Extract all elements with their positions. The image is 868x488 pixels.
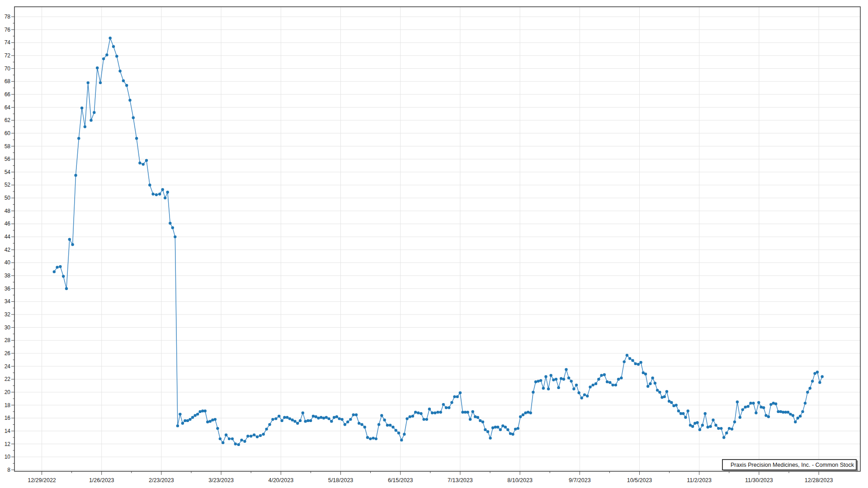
svg-text:2/23/2023: 2/23/2023	[149, 477, 174, 483]
svg-text:5/18/2023: 5/18/2023	[328, 477, 354, 483]
price-line-path	[54, 38, 822, 445]
svg-text:70: 70	[5, 66, 11, 72]
legend-series-label: Praxis Precision Medicines, Inc. - Commo…	[731, 462, 854, 468]
svg-text:30: 30	[5, 324, 11, 331]
horizontal-gridlines	[14, 17, 860, 470]
svg-text:38: 38	[5, 272, 11, 279]
price-point-markers	[53, 37, 824, 446]
chart-legend: Praxis Precision Medicines, Inc. - Commo…	[722, 459, 857, 470]
svg-text:12/29/2022: 12/29/2022	[28, 477, 56, 483]
svg-text:10/5/2023: 10/5/2023	[627, 477, 652, 483]
svg-text:64: 64	[5, 104, 11, 111]
svg-text:14: 14	[5, 428, 11, 434]
svg-text:8: 8	[7, 467, 10, 473]
svg-text:54: 54	[5, 169, 11, 175]
vertical-gridlines	[42, 7, 819, 471]
svg-text:6/15/2023: 6/15/2023	[388, 477, 413, 483]
x-axis-ticks	[42, 471, 819, 475]
svg-text:76: 76	[5, 27, 11, 33]
svg-text:10: 10	[5, 454, 11, 460]
svg-text:50: 50	[5, 195, 11, 201]
svg-text:48: 48	[5, 208, 11, 214]
svg-text:18: 18	[5, 402, 11, 408]
stock-line-chart[interactable]: 8101214161820222426283032343638404244464…	[0, 0, 868, 488]
svg-text:52: 52	[5, 182, 11, 188]
svg-text:74: 74	[5, 39, 11, 46]
svg-text:68: 68	[5, 78, 11, 84]
svg-text:56: 56	[5, 156, 11, 162]
svg-text:7/13/2023: 7/13/2023	[448, 477, 473, 483]
svg-text:22: 22	[5, 376, 11, 382]
x-axis-labels: 12/29/20221/26/20232/23/20233/23/20234/2…	[28, 477, 833, 483]
svg-text:34: 34	[5, 298, 11, 305]
svg-text:1/26/2023: 1/26/2023	[89, 477, 114, 483]
svg-text:36: 36	[5, 286, 11, 292]
y-axis-ticks	[11, 17, 14, 470]
svg-text:66: 66	[5, 91, 11, 98]
svg-text:46: 46	[5, 221, 11, 227]
svg-text:60: 60	[5, 130, 11, 136]
svg-text:11/30/2023: 11/30/2023	[745, 477, 773, 483]
svg-text:12/28/2023: 12/28/2023	[805, 477, 833, 483]
svg-text:72: 72	[5, 52, 11, 59]
svg-text:4/20/2023: 4/20/2023	[268, 477, 293, 483]
svg-text:26: 26	[5, 350, 11, 357]
svg-text:78: 78	[5, 14, 11, 20]
chart-window: 8101214161820222426283032343638404244464…	[0, 0, 868, 488]
svg-text:28: 28	[5, 337, 11, 343]
svg-text:32: 32	[5, 311, 11, 318]
svg-text:20: 20	[5, 389, 11, 395]
svg-text:16: 16	[5, 415, 11, 421]
svg-text:58: 58	[5, 143, 11, 150]
svg-text:44: 44	[5, 234, 11, 240]
svg-text:8/10/2023: 8/10/2023	[507, 477, 533, 483]
plot-frame	[14, 7, 860, 471]
y-axis-labels: 8101214161820222426283032343638404244464…	[5, 14, 11, 473]
svg-text:40: 40	[5, 259, 11, 266]
svg-text:9/7/2023: 9/7/2023	[569, 477, 591, 483]
svg-text:11/2/2023: 11/2/2023	[687, 477, 712, 483]
svg-text:3/23/2023: 3/23/2023	[208, 477, 234, 483]
svg-text:24: 24	[5, 363, 11, 370]
svg-text:62: 62	[5, 117, 11, 123]
svg-text:42: 42	[5, 247, 11, 253]
svg-text:12: 12	[5, 441, 11, 447]
